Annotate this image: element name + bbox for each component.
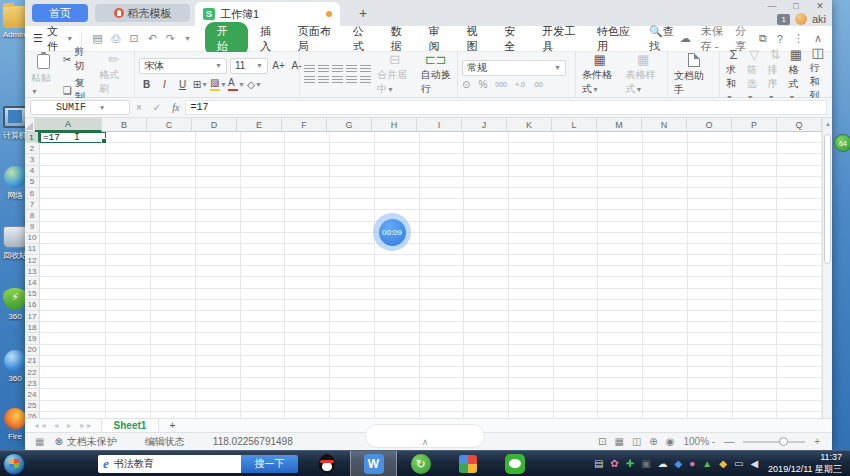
cell-J10[interactable]	[464, 233, 509, 244]
cell-O20[interactable]	[688, 345, 733, 356]
cell-O12[interactable]	[688, 255, 733, 266]
cell-P9[interactable]	[733, 222, 778, 233]
cell-A16[interactable]	[40, 300, 107, 311]
cell-H3[interactable]	[375, 154, 420, 165]
cell-E2[interactable]	[241, 143, 286, 154]
cell-I13[interactable]	[420, 266, 465, 277]
tab-docer-templates[interactable]: 稻壳模板	[95, 4, 190, 22]
cell-N8[interactable]	[643, 210, 688, 221]
cell-A3[interactable]	[40, 154, 107, 165]
page-layout-view-icon[interactable]: ▦	[614, 436, 623, 447]
cell-N17[interactable]	[643, 311, 688, 322]
qq-taskbar-button[interactable]	[303, 451, 350, 476]
cell-H15[interactable]	[375, 289, 420, 300]
tab-start[interactable]: 开始	[205, 22, 248, 56]
cell-I15[interactable]	[420, 289, 465, 300]
cell-F8[interactable]	[285, 210, 330, 221]
cell-F22[interactable]	[285, 367, 330, 378]
cell-Q8[interactable]	[777, 210, 822, 221]
cell-D22[interactable]	[196, 367, 241, 378]
cell-Q7[interactable]	[777, 199, 822, 210]
cell-H5[interactable]	[375, 177, 420, 188]
cell-G10[interactable]	[330, 233, 375, 244]
cell-A9[interactable]	[40, 222, 107, 233]
first-sheet-icon[interactable]: ◄◄	[33, 422, 47, 429]
cell-C15[interactable]	[151, 289, 196, 300]
cell-I3[interactable]	[420, 154, 465, 165]
cell-O23[interactable]	[688, 378, 733, 389]
cell-B7[interactable]	[106, 199, 151, 210]
cell-I16[interactable]	[420, 300, 465, 311]
cell-E5[interactable]	[241, 177, 286, 188]
cell-N23[interactable]	[643, 378, 688, 389]
row-header-14[interactable]: 14	[25, 277, 40, 288]
cell-Q1[interactable]	[777, 132, 822, 143]
cell-B5[interactable]	[106, 177, 151, 188]
cell-I8[interactable]	[420, 210, 465, 221]
cell-N3[interactable]	[643, 154, 688, 165]
cell-P21[interactable]	[733, 356, 778, 367]
cell-B17[interactable]	[106, 311, 151, 322]
cut-button[interactable]: ✂ 剪切	[63, 45, 94, 73]
cell-P13[interactable]	[733, 266, 778, 277]
cell-A8[interactable]	[40, 210, 107, 221]
cell-D8[interactable]	[196, 210, 241, 221]
cell-K9[interactable]	[509, 222, 554, 233]
cell-C8[interactable]	[151, 210, 196, 221]
redo-icon[interactable]: ↷	[166, 32, 175, 45]
col-header-C[interactable]: C	[147, 118, 192, 132]
cell-E19[interactable]	[241, 333, 286, 344]
cell-L23[interactable]	[554, 378, 599, 389]
cell-G16[interactable]	[330, 300, 375, 311]
reading-mode-icon[interactable]: ◉	[666, 436, 675, 447]
cell-E11[interactable]	[241, 244, 286, 255]
cell-B9[interactable]	[106, 222, 151, 233]
cell-N20[interactable]	[643, 345, 688, 356]
cell-B1[interactable]	[106, 132, 151, 143]
cell-K4[interactable]	[509, 166, 554, 177]
timer-badge[interactable]: 00:09	[379, 219, 406, 246]
dark-app-icon[interactable]: ▣	[641, 459, 650, 469]
blue-cube-icon[interactable]: ◆	[675, 459, 683, 469]
cell-O7[interactable]	[688, 199, 733, 210]
row-header-23[interactable]: 23	[25, 378, 40, 389]
cell-Q5[interactable]	[777, 177, 822, 188]
cell-M5[interactable]	[598, 177, 643, 188]
cell-E21[interactable]	[241, 356, 286, 367]
cell-B13[interactable]	[106, 266, 151, 277]
cell-P15[interactable]	[733, 289, 778, 300]
cell-I4[interactable]	[420, 166, 465, 177]
cell-C18[interactable]	[151, 322, 196, 333]
cell-K23[interactable]	[509, 378, 554, 389]
cell-Q25[interactable]	[777, 401, 822, 412]
cell-A7[interactable]	[40, 199, 107, 210]
cell-Q11[interactable]	[777, 244, 822, 255]
cell-D12[interactable]	[196, 255, 241, 266]
cell-L22[interactable]	[554, 367, 599, 378]
cell-A20[interactable]	[40, 345, 107, 356]
normal-view-icon[interactable]: ⊡	[598, 436, 606, 447]
cell-J21[interactable]	[464, 356, 509, 367]
cell-C19[interactable]	[151, 333, 196, 344]
confirm-formula-button[interactable]: ✓	[153, 102, 161, 113]
fill-color-button[interactable]: ▨▼	[211, 77, 226, 92]
cell-G8[interactable]	[330, 210, 375, 221]
col-header-G[interactable]: G	[327, 118, 372, 132]
cell-K11[interactable]	[509, 244, 554, 255]
cell-I1[interactable]	[420, 132, 465, 143]
cell-N13[interactable]	[643, 266, 688, 277]
cell-P12[interactable]	[733, 255, 778, 266]
volume-muted-icon[interactable]: ◀	[750, 459, 758, 469]
cell-D16[interactable]	[196, 300, 241, 311]
row-header-2[interactable]: 2	[25, 143, 40, 154]
undo-icon[interactable]: ↶	[148, 32, 157, 45]
cell-M2[interactable]	[598, 143, 643, 154]
cell-K21[interactable]	[509, 356, 554, 367]
cell-C24[interactable]	[151, 389, 196, 400]
cell-K6[interactable]	[509, 188, 554, 199]
cell-Q6[interactable]	[777, 188, 822, 199]
cell-F16[interactable]	[285, 300, 330, 311]
cell-I9[interactable]	[420, 222, 465, 233]
comma-style-button[interactable]: 000	[495, 81, 507, 88]
360-taskbar-button[interactable]: ↻	[397, 451, 444, 476]
